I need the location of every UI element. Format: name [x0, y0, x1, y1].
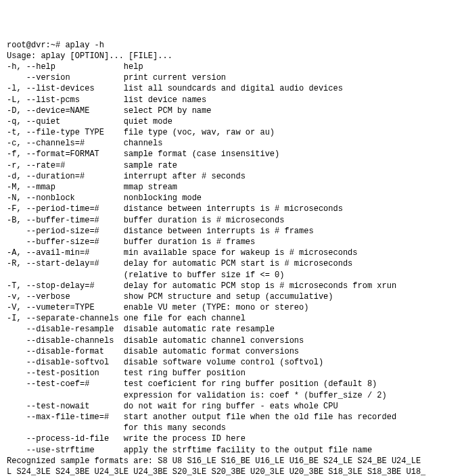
terminal-line: --disable-channels disable automatic cha… — [7, 335, 457, 346]
terminal-line: --test-nowait do not wait for ring buffe… — [7, 401, 457, 412]
terminal-line: -I, --separate-channels one file for eac… — [7, 313, 457, 324]
terminal-line: -M, --mmap mmap stream — [7, 182, 457, 193]
terminal-line: -v, --verbose show PCM structure and set… — [7, 291, 457, 302]
terminal-line: Usage: aplay [OPTION]... [FILE]... — [7, 51, 457, 62]
terminal-line: root@dvr:~# aplay -h — [7, 40, 457, 51]
terminal-line: expression for validation is: coef * (bu… — [7, 390, 457, 401]
terminal-line: --test-coef=# test coeficient for ring b… — [7, 379, 457, 389]
terminal-line: -B, --buffer-time=# buffer duration is #… — [7, 215, 457, 226]
terminal-line: -L, --list-pcms list device names — [7, 95, 457, 105]
terminal-line: -V, --vumeter=TYPE enable VU meter (TYPE… — [7, 302, 457, 313]
terminal-line: -f, --format=FORMAT sample format (case … — [7, 149, 457, 160]
terminal-line: --period-size=# distance between interru… — [7, 226, 457, 237]
terminal-line: -A, --avail-min=# min available space fo… — [7, 247, 457, 258]
terminal-line: --use-strftime apply the strftime facili… — [7, 445, 457, 456]
terminal-line: -r, --rate=# sample rate — [7, 160, 457, 171]
terminal-line: Recognized sample formats are: S8 U8 S16… — [7, 456, 457, 467]
terminal-line: L S24_3LE S24_3BE U24_3LE U24_3BE S20_3L… — [7, 467, 457, 476]
terminal-line: --disable-format disable automatic forma… — [7, 346, 457, 357]
terminal-line: for this many seconds — [7, 423, 457, 433]
terminal-line: -h, --help help — [7, 62, 457, 72]
terminal-line: -N, --nonblock nonblocking mode — [7, 193, 457, 204]
terminal-line: --buffer-size=# buffer duration is # fra… — [7, 237, 457, 247]
terminal-line: --disable-softvol disable software volum… — [7, 357, 457, 368]
terminal-line: --test-position test ring buffer positio… — [7, 368, 457, 379]
terminal-line: -R, --start-delay=# delay for automatic … — [7, 258, 457, 269]
terminal-line: --version print current version — [7, 72, 457, 83]
terminal-line: -d, --duration=# interrupt after # secon… — [7, 171, 457, 182]
terminal-line: -q, --quiet quiet mode — [7, 116, 457, 127]
terminal-line: -c, --channels=# channels — [7, 138, 457, 149]
terminal-line: --max-file-time=# start another output f… — [7, 412, 457, 423]
terminal-line: -F, --period-time=# distance between int… — [7, 204, 457, 214]
terminal-line: -l, --list-devices list all soundcards a… — [7, 83, 457, 94]
terminal-line: -D, --device=NAME select PCM by name — [7, 105, 457, 116]
terminal-line: --disable-resample disable automatic rat… — [7, 324, 457, 335]
terminal-line: -t, --file-type TYPE file type (voc, wav… — [7, 127, 457, 138]
terminal-line: --process-id-file write the process ID h… — [7, 433, 457, 444]
terminal-line: -T, --stop-delay=# delay for automatic P… — [7, 281, 457, 291]
terminal-line: (relative to buffer size if <= 0) — [7, 270, 457, 281]
terminal-output: root@dvr:~# aplay -hUsage: aplay [OPTION… — [7, 40, 457, 476]
